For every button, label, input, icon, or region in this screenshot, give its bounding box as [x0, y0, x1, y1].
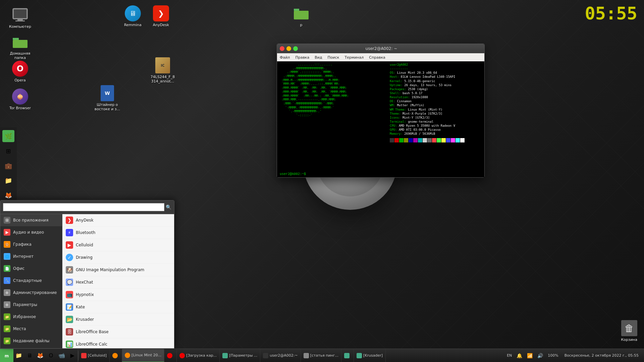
tray-notifications[interactable]: 🔔 [515, 353, 524, 358]
quick-firefox[interactable]: 🦊 [2, 189, 14, 201]
menu-terminal[interactable]: Терминал [343, 55, 365, 60]
category-places[interactable]: 📁 Места [0, 323, 62, 335]
terminal-sysinfo: user2@A002 ---------- OS: Linux Mint 20.… [387, 61, 484, 171]
tray-volume[interactable]: 🔊 [536, 353, 544, 358]
desktop-icon-tor[interactable]: 🧅 Tor Browser [7, 86, 34, 112]
category-all[interactable]: ⊞ Все приложения [0, 214, 62, 226]
quick-folder[interactable]: 📁 [2, 174, 14, 186]
category-graphics[interactable]: 🎨 Графика [0, 238, 62, 250]
quick-manager[interactable]: 💼 [2, 160, 14, 172]
desktop: 05:55 Компьютер Домашняя папка O Opera [0, 0, 644, 362]
svg-rect-2 [17, 19, 23, 20]
krusader-app-label: Krusader [76, 317, 94, 322]
taskbar-task-celluloid[interactable]: [Celluloid] [78, 349, 110, 362]
menu-help[interactable]: Справка [368, 55, 386, 60]
terminal-prompt[interactable]: user2@A002:~$ [277, 171, 484, 177]
menu-edit[interactable]: Правка [294, 55, 311, 60]
terminal-controls [280, 46, 298, 51]
taskbar-quick-screenrecord[interactable]: 📹 [56, 349, 67, 362]
taskbar-task-opera[interactable] [164, 349, 177, 362]
taskbar-task-article[interactable]: [статья пинг... [301, 349, 341, 362]
app-item-drawing[interactable]: ✓ Drawing [62, 251, 174, 264]
taskbar-task-krusader[interactable]: [Krusader] [354, 349, 386, 362]
kate-app-icon: 📝 [66, 303, 73, 311]
anydesk-label: AnyDesk [153, 23, 169, 27]
cat-graphics-icon: 🎨 [4, 241, 10, 248]
category-admin[interactable]: ⚙ Администрирование [0, 287, 62, 299]
desktop-icon-remmina[interactable]: 🖥 Remmina [119, 3, 146, 29]
clock-display: 05:55 [585, 3, 637, 23]
cat-favorites-icon: 📁 [4, 313, 10, 320]
app-item-bluetooth[interactable]: ⚡ Bluetooth [62, 227, 174, 239]
app-item-localc[interactable]: 📊 LibreOffice Calc [62, 338, 174, 348]
desktop-icon-folder-p[interactable]: р [288, 3, 315, 29]
taskbar-quick-play[interactable]: ▶ [67, 349, 78, 362]
terminal-close-btn[interactable] [280, 46, 284, 51]
menu-view[interactable]: Вид [313, 55, 323, 60]
desktop-icon-file74[interactable]: IC 74LS244_F_8314_annot... [148, 55, 178, 85]
quick-mintmenu[interactable]: 🌿 [2, 130, 14, 142]
svg-rect-5 [294, 11, 309, 19]
terminal-neofetch-art: .........:::....... .-MMMMMMMMMMMMMMM-. … [277, 61, 387, 171]
cat-places-icon: 📁 [4, 325, 10, 332]
taskbar-task-loading[interactable]: [Загрузка кар... [177, 349, 220, 362]
app-menu-search-bar: 🔍 [0, 200, 174, 214]
desktop-icon-steiner[interactable]: W Штайнер о востоке и з... [92, 83, 122, 113]
celluloid-task-label: [Celluloid] [88, 353, 107, 358]
cat-standard-icon: 🔧 [4, 277, 10, 284]
app-item-hypnotix[interactable]: 📺 Hypnotix [62, 289, 174, 301]
menu-file[interactable]: Файл [278, 55, 291, 60]
menu-search[interactable]: Поиск [326, 55, 341, 60]
tray-wifi[interactable]: 📶 [526, 353, 534, 358]
category-av[interactable]: ▶ Аудио и видео [0, 226, 62, 238]
category-office[interactable]: 📄 Офис [0, 262, 62, 275]
taskbar-datetime[interactable]: Воскресенье, 2 октября 2022 г., 05:55 [562, 353, 641, 358]
app-item-krusader[interactable]: 📂 Krusader [62, 313, 174, 326]
tray-keyboard[interactable]: EN [505, 353, 513, 358]
terminal-maximize-btn[interactable] [293, 46, 298, 51]
taskbar-start-button[interactable]: m [0, 349, 13, 362]
category-internet[interactable]: 🌐 Интернет [0, 250, 62, 262]
desktop-icon-home[interactable]: Домашняя папка [7, 32, 34, 62]
lobase-app-label: LibreOffice Base [76, 329, 109, 334]
hypnotix-app-icon: 📺 [66, 291, 73, 298]
params-task-label: [Параметры ... [229, 353, 257, 358]
desktop-icon-trash[interactable]: 🗑 Корзина [621, 320, 637, 342]
krusader2-task-icon [357, 353, 362, 358]
trash-icon-img: 🗑 [621, 320, 637, 336]
params-task-icon [222, 353, 228, 358]
article-task-icon [304, 353, 309, 358]
cat-internet-label: Интернет [13, 254, 34, 259]
svg-rect-1 [14, 9, 26, 18]
app-item-anydesk[interactable]: ❯ AnyDesk [62, 214, 174, 227]
taskbar-task-firefox[interactable] [110, 349, 122, 362]
desktop-icon-anydesk[interactable]: ❯ AnyDesk [148, 3, 174, 29]
krusader-app-icon: 📂 [66, 316, 73, 323]
taskbar-task-params[interactable]: [Параметры ... [220, 349, 260, 362]
app-menu-search-input[interactable] [3, 203, 164, 211]
tray-battery: 100% [546, 353, 559, 358]
desktop-icon-opera[interactable]: O Opera [7, 59, 34, 84]
taskbar-quick-terminal[interactable]: 🖥 [24, 349, 35, 362]
svg-rect-4 [13, 40, 28, 48]
taskbar-task-terminal[interactable]: user2@A002:~ [260, 349, 301, 362]
category-standard[interactable]: 🔧 Стандартные [0, 275, 62, 287]
desktop-icon-computer[interactable]: Компьютер [7, 5, 34, 31]
taskbar-quick-files[interactable]: 📁 [13, 349, 24, 362]
quick-grid[interactable]: ⊞ [2, 145, 14, 157]
category-settings[interactable]: ⚙ Параметры [0, 299, 62, 311]
taskbar-quick-opera2[interactable]: O [46, 349, 56, 362]
gimp-app-icon: 🐶 [66, 266, 73, 274]
app-item-celluloid[interactable]: ▶ Celluloid [62, 239, 174, 251]
taskbar-quick-firefox[interactable]: 🦊 [35, 349, 46, 362]
category-recent[interactable]: 📁 Недавние файлы [0, 335, 62, 347]
taskbar-task-krusader-icon[interactable] [341, 349, 354, 362]
folder-p-icon [293, 5, 309, 21]
terminal-minimize-btn[interactable] [286, 46, 291, 51]
category-favorites[interactable]: 📁 Избранное [0, 311, 62, 323]
app-item-lobase[interactable]: 🗄 LibreOffice Base [62, 326, 174, 338]
app-item-gimp[interactable]: 🐶 GNU Image Manipulation Program [62, 264, 174, 276]
taskbar-task-linuxmint[interactable]: [Linux Mint 20... [122, 349, 164, 362]
app-item-hexchat[interactable]: 💬 HexChat [62, 276, 174, 289]
app-item-kate[interactable]: 📝 Kate [62, 301, 174, 313]
